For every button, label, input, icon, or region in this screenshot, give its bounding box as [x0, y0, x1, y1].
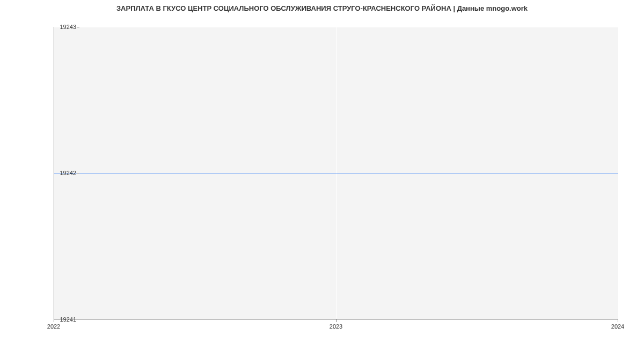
- data-series-line: [54, 173, 618, 173]
- x-tick-mark: [336, 319, 336, 322]
- plot-background: [54, 27, 618, 319]
- grid-line-vertical: [618, 27, 619, 319]
- grid-line-horizontal: [54, 27, 618, 27]
- y-tick-mark: [77, 319, 79, 319]
- x-tick-label: 2023: [330, 323, 342, 330]
- x-tick-mark: [618, 319, 618, 322]
- y-tick-label: 19241: [60, 316, 76, 323]
- x-tick-label: 2022: [47, 323, 60, 330]
- chart-title: ЗАРПЛАТА В ГКУСО ЦЕНТР СОЦИАЛЬНОГО ОБСЛУ…: [0, 0, 644, 14]
- x-tick-mark: [54, 319, 54, 322]
- x-tick-label: 2024: [611, 323, 624, 330]
- chart-plot-area: [54, 27, 618, 319]
- y-tick-label: 19242: [60, 170, 76, 176]
- y-tick-mark: [77, 173, 79, 173]
- y-tick-mark: [77, 27, 79, 27]
- y-tick-label: 19243: [60, 24, 76, 30]
